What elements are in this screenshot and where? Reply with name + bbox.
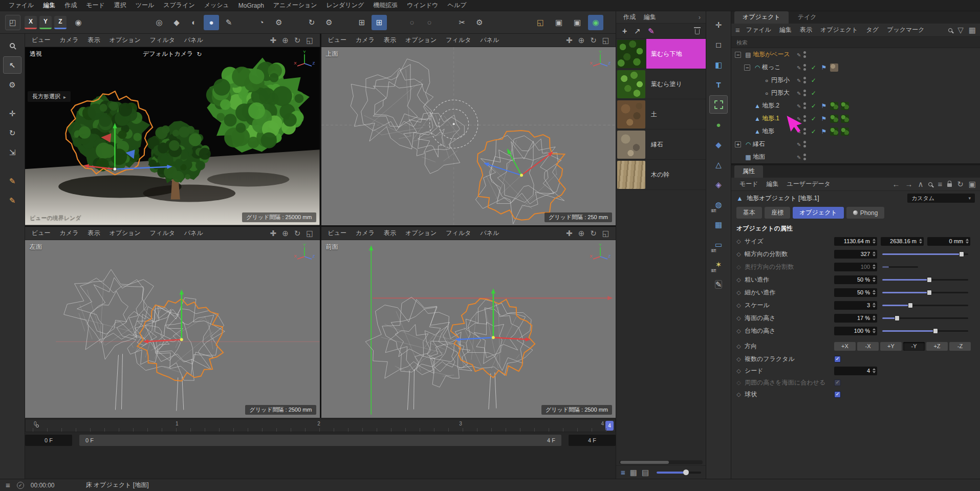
edit-icon[interactable] [797,154,801,161]
forward-icon[interactable] [905,180,912,188]
paint-material-icon[interactable] [648,27,655,35]
menu-item[interactable]: 機能拡張 [368,0,402,11]
menu-item[interactable]: 選択 [110,0,131,11]
viewport-menu-item[interactable]: パネル [180,229,208,238]
add-material-icon[interactable] [622,27,627,35]
viewport-menu-item[interactable]: ビュー [27,36,55,45]
visibility-dots[interactable] [803,77,807,83]
object-tree-row[interactable]: 地形がベース [731,48,980,61]
viewport-menu-item[interactable]: パネル [475,36,504,45]
material-item[interactable]: 土 [616,99,706,130]
menu-item[interactable]: ウインドウ [402,0,443,11]
value-field[interactable]: 50 % [834,288,877,297]
attribute-menu-item[interactable]: ユーザーデータ [783,180,835,188]
edit-icon[interactable] [797,90,801,97]
viewport-menu-item[interactable]: ビュー [323,36,352,45]
select-tool-button[interactable] [3,56,21,74]
selection-mode-button[interactable] [709,95,728,114]
material-item[interactable]: 葉むら下地 [616,39,706,69]
material-menu-item[interactable]: 編集 [640,13,660,22]
viewport-menu-item[interactable]: カメラ [351,229,379,238]
viewport-menu-item[interactable]: フィルタ [441,229,475,238]
search-icon[interactable] [948,28,952,32]
menu-item[interactable]: モード [81,0,110,11]
texture-tag-icon[interactable] [841,102,849,110]
visibility-dots[interactable] [803,51,807,58]
texture-tag-icon[interactable] [830,102,838,110]
spinner-icon[interactable] [919,239,922,244]
viewport-menu-item[interactable]: 表示 [379,36,401,45]
perspective-view[interactable]: 透視 デフォルトカメラ 長方形選択 ビューの境界レンダ グリッド間隔 : 250… [25,47,320,225]
menu-item[interactable]: ヘルプ [443,0,471,11]
expander-toggle[interactable] [735,141,741,147]
hamburger-icon[interactable] [6,481,10,489]
viewport-menu-item[interactable]: フィルタ [145,36,180,45]
material-item[interactable]: 縁石 [616,130,706,160]
front-canvas[interactable] [321,240,616,418]
pan-icon[interactable] [566,229,573,237]
material-thumbnail[interactable] [617,40,645,68]
zoom-icon[interactable] [578,229,585,237]
render-settings-button[interactable] [570,15,585,30]
point-mode-button[interactable] [709,115,728,134]
object-tree-row[interactable]: 円形小 [731,74,980,87]
snap-off-button[interactable] [354,15,369,30]
disc-tool-button[interactable] [186,15,202,30]
layout-icon[interactable] [969,26,976,34]
viewport-menu-item[interactable]: パネル [180,36,208,45]
object-menu-item[interactable]: ファイル [742,26,775,34]
direction-button[interactable]: -Z [949,342,971,351]
parent-icon[interactable] [918,180,923,188]
panel-tab[interactable]: オブジェクト [734,11,789,24]
texture-tag-icon[interactable] [841,115,849,123]
spinner-icon[interactable] [873,315,876,321]
timeline-start-field[interactable]: 0 F [25,435,72,446]
hamburger-icon[interactable] [735,26,740,34]
viewport-menu-item[interactable]: ビュー [323,229,352,238]
knife-settings-button[interactable] [472,15,487,30]
snap-on-button[interactable] [372,15,387,30]
object-menu-item[interactable]: 編集 [775,26,796,34]
viewport-menu-item[interactable]: カメラ [55,36,83,45]
top-view[interactable]: 上面 グリッド間隔 : 250 mm Y X Z [321,47,616,225]
visibility-dots[interactable] [803,141,807,147]
zoom-icon[interactable] [578,36,585,44]
attribute-tab[interactable]: 座標 [765,207,790,219]
value-field[interactable]: 3 [834,301,877,310]
left-view[interactable]: 左面 グリッド間隔 : 2500 mm Y X Z [25,240,320,418]
preset-dropdown[interactable]: カスタム [907,194,975,203]
visibility-dots[interactable] [803,154,807,160]
object-tree-row[interactable]: 根っこ [731,61,980,74]
enable-check-icon[interactable] [811,102,816,110]
top-canvas[interactable] [321,47,616,225]
viewport-menu-item[interactable]: オプション [104,229,145,238]
object-tree-row[interactable]: 地面 [731,151,980,163]
transform-mode-button[interactable] [709,15,728,34]
viewport-menu-item[interactable]: カメラ [351,36,379,45]
grid-view-icon[interactable] [630,468,637,476]
axis-lock-button[interactable]: X [25,16,37,29]
rotate-settings-button[interactable] [321,15,337,30]
viewport-menu-item[interactable]: 表示 [83,36,104,45]
pan-icon[interactable] [270,229,277,237]
uv-globe-mode-button[interactable] [709,195,728,214]
zoom-icon[interactable] [282,36,289,44]
value-field[interactable]: 4 [834,367,877,375]
enable-check-icon[interactable] [811,77,816,84]
edge-mode-button[interactable] [709,135,728,154]
orbit-icon[interactable] [294,36,301,44]
checkbox[interactable] [834,379,841,386]
value-field[interactable]: 100 % [834,327,877,335]
value-field[interactable]: 50 % [834,275,877,284]
zoom-icon[interactable] [282,229,289,237]
refresh-icon[interactable] [957,180,964,188]
texture-tag-icon[interactable] [830,63,838,72]
spinner-icon[interactable] [873,290,876,295]
orbit-icon[interactable] [294,229,301,237]
object-menu-item[interactable]: 表示 [796,26,816,34]
direction-button[interactable]: +Y [880,342,902,351]
viewport-menu-item[interactable]: カメラ [55,229,83,238]
menu-item[interactable]: ファイル [4,0,38,11]
value-field[interactable]: 17 % [834,314,877,323]
search-icon[interactable] [928,182,932,186]
